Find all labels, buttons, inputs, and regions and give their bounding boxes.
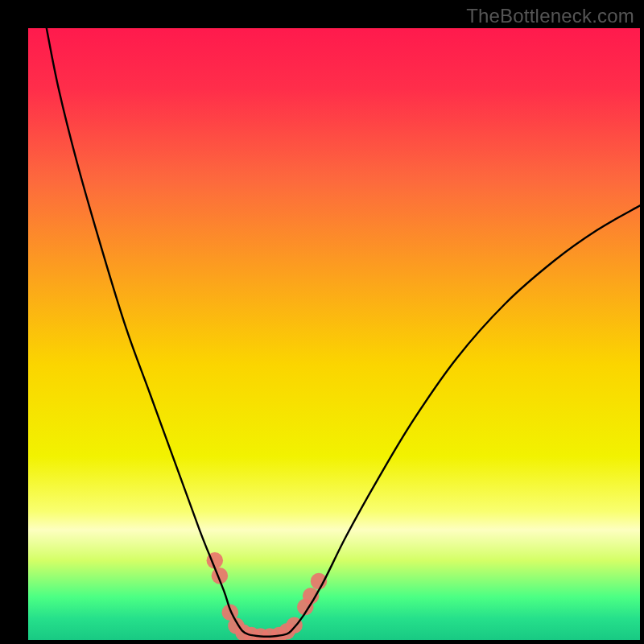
bottleneck-chart-svg	[28, 28, 640, 640]
gradient-background	[28, 28, 640, 640]
chart-stage: TheBottleneck.com	[0, 0, 644, 644]
watermark-text: TheBottleneck.com	[466, 5, 634, 27]
plot-area	[28, 28, 640, 640]
